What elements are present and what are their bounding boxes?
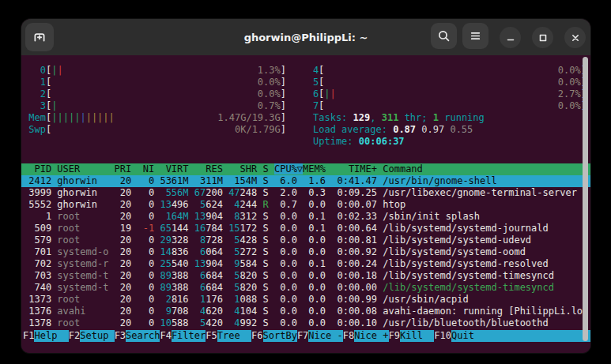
cell-mem: 0.0 bbox=[303, 235, 331, 246]
cell-virt: 13 bbox=[160, 199, 171, 210]
cell-shr: 9 bbox=[228, 258, 239, 269]
cell-shr: 15 bbox=[228, 223, 239, 234]
cell-pid: 1373 bbox=[23, 294, 57, 305]
process-row-5552[interactable]: 5552 ghorwin 20 0 13496 5624 4244 R 0.7 … bbox=[21, 199, 590, 211]
cell-command: /usr/libexec/gnome-terminal-server bbox=[383, 187, 577, 198]
col-header-s[interactable]: S bbox=[263, 163, 274, 174]
cell-cpu: 0.0 bbox=[274, 223, 303, 234]
maximize-button[interactable] bbox=[532, 27, 553, 48]
col-header-ni[interactable]: NI bbox=[138, 163, 160, 174]
fn-action-quit[interactable]: Quit bbox=[451, 330, 590, 342]
fn-action-setup[interactable]: Setup bbox=[80, 330, 114, 342]
minimize-button[interactable] bbox=[500, 27, 521, 48]
menu-button[interactable] bbox=[462, 23, 488, 49]
new-tab-button[interactable] bbox=[25, 23, 54, 51]
process-row-2412[interactable]: 2412 ghorwin 20 0 5361M 311M 154M S 6.0 … bbox=[21, 175, 590, 187]
process-row-702[interactable]: 702 systemd-r 20 0 25540 13904 9584 S 0.… bbox=[21, 258, 590, 270]
col-header-cpu[interactable]: CPU%▽ bbox=[274, 163, 303, 174]
process-row-579[interactable]: 579 root 20 0 29328 8728 5428 S 0.0 0.0 … bbox=[21, 235, 590, 246]
cell-shr-low: 312 bbox=[240, 211, 263, 222]
meter-open-bracket: [ bbox=[46, 77, 51, 88]
cell-command: avahi-daemon: running [PhilippLi.loc bbox=[383, 306, 588, 317]
fn-action-search[interactable]: Search bbox=[126, 330, 160, 342]
cell-shr: 5 bbox=[228, 270, 239, 281]
meter-label: 0 bbox=[23, 65, 46, 77]
fn-action-sortby[interactable]: SortBy bbox=[263, 330, 297, 342]
cell-shr-low: 992 bbox=[240, 317, 263, 328]
cell-ni: 0 bbox=[138, 317, 160, 328]
fn-action-filter[interactable]: Filter bbox=[172, 330, 206, 342]
fn-action-help[interactable]: Help bbox=[34, 330, 68, 342]
col-header-user[interactable]: USER bbox=[57, 163, 114, 174]
cell-user: ghorwin bbox=[57, 199, 114, 210]
cell-time: 0:00.10 bbox=[331, 317, 383, 328]
cell-shr-low bbox=[257, 175, 262, 186]
fn-action-tree[interactable]: Tree bbox=[217, 330, 251, 342]
col-header-command[interactable]: Command bbox=[383, 163, 423, 174]
cell-pid: 5552 bbox=[23, 199, 57, 210]
cell-pid: 740 bbox=[23, 282, 57, 293]
cell-res: 5 bbox=[194, 317, 206, 328]
meter-value: 1.47G/19.3G bbox=[217, 112, 280, 124]
cell-ni: 0 bbox=[138, 235, 160, 246]
meter-label: 1 bbox=[23, 77, 46, 88]
cell-virt: 556M bbox=[160, 187, 188, 198]
cell-shr-low: 088 bbox=[240, 294, 263, 305]
cell-mem: 0.0 bbox=[303, 270, 331, 281]
cell-virt-low: 388 bbox=[172, 282, 194, 293]
process-row-1[interactable]: 1 root 20 0 164M 13904 8312 S 0.0 0.1 0:… bbox=[21, 211, 590, 223]
fn-key-f6: F6 bbox=[251, 330, 262, 342]
process-row-1376[interactable]: 1376 avahi 20 0 9708 4620 4104 S 0.0 0.0… bbox=[21, 306, 590, 317]
col-header-virt[interactable]: VIRT bbox=[160, 163, 194, 174]
cell-virt: 2 bbox=[160, 294, 171, 305]
process-row-701[interactable]: 701 systemd-o 20 0 14836 6064 5272 S 0.0… bbox=[21, 246, 590, 258]
fn-action-kill[interactable]: Kill bbox=[400, 330, 434, 342]
cell-time: 0:41.47 bbox=[331, 175, 383, 186]
meter-bars: || bbox=[324, 88, 335, 100]
cell-cpu: 0.0 bbox=[274, 211, 303, 222]
cell-res: 5 bbox=[194, 199, 206, 210]
col-header-shr[interactable]: SHR bbox=[228, 163, 262, 174]
meter-bars: | bbox=[51, 100, 57, 112]
col-header-res[interactable]: RES bbox=[194, 163, 228, 174]
process-row-3999[interactable]: 3999 ghorwin 20 0 556M 67200 47248 S 2.0… bbox=[21, 187, 590, 199]
green-bar: | bbox=[57, 112, 62, 123]
fn-action-nice[interactable]: Nice - bbox=[308, 330, 342, 342]
cell-ni: 0 bbox=[138, 258, 160, 269]
process-table: PID USER PRI NI VIRT RES SHR S CPU%▽MEM%… bbox=[21, 163, 590, 329]
cell-res-low: 624 bbox=[206, 199, 228, 210]
fn-key-f10: F10 bbox=[434, 330, 451, 342]
cell-shr: 154M bbox=[228, 175, 257, 186]
process-row-1373[interactable]: 1373 root 20 0 2816 1176 1088 S 0.0 0.0 … bbox=[21, 294, 590, 306]
cell-cpu: 0.0 bbox=[274, 270, 303, 281]
cell-res-low: 200 bbox=[206, 187, 228, 198]
minimize-icon bbox=[505, 32, 516, 43]
meter-track: 0.0% bbox=[324, 77, 581, 88]
process-row-1378[interactable]: 1378 root 20 0 10588 5420 4992 S 0.0 0.0… bbox=[21, 317, 590, 329]
meter-label: 6 bbox=[313, 88, 319, 100]
cell-mem: 0.0 bbox=[303, 282, 331, 293]
col-header-mem[interactable]: MEM% bbox=[303, 163, 331, 174]
meter-3: 3[|0.7%] bbox=[23, 100, 286, 112]
col-header-pri[interactable]: PRI bbox=[115, 163, 138, 174]
cell-shr: 8 bbox=[228, 211, 239, 222]
cell-state: S bbox=[263, 258, 274, 269]
cell-virt-low: 836 bbox=[172, 246, 194, 257]
process-row-509[interactable]: 509 root 19 -1 65144 16784 15172 S 0.0 0… bbox=[21, 223, 590, 235]
search-button[interactable] bbox=[431, 23, 457, 49]
process-row-703[interactable]: 703 systemd-t 20 0 89388 6684 5820 S 0.0… bbox=[21, 270, 590, 282]
cell-virt-low: 496 bbox=[172, 199, 194, 210]
meter-open-bracket: [ bbox=[46, 100, 51, 112]
fn-action-nice[interactable]: Nice + bbox=[354, 330, 388, 342]
scrollbar-thumb[interactable] bbox=[583, 57, 588, 341]
cell-user: ghorwin bbox=[57, 175, 114, 186]
close-button[interactable] bbox=[564, 27, 586, 48]
meter-mem: Mem[|||||||||||1.47G/19.3G] bbox=[23, 112, 286, 124]
tasks-summary-part: 1 bbox=[433, 112, 439, 123]
tasks-summary: Tasks: 129, 311 thr; 1 running bbox=[313, 112, 586, 124]
col-header-pid[interactable]: PID bbox=[23, 163, 57, 174]
col-header-time[interactable]: TIME+ bbox=[331, 163, 383, 174]
fn-key-f9: F9 bbox=[389, 330, 400, 342]
process-row-740[interactable]: 740 systemd-t 20 0 89388 6684 5820 S 0.0… bbox=[21, 282, 590, 294]
cell-state: S bbox=[263, 175, 274, 186]
